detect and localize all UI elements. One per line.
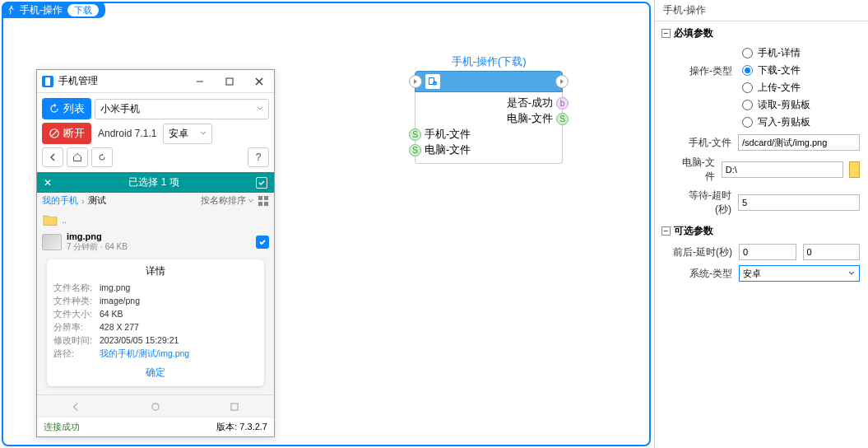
file-name: img.png xyxy=(67,231,251,241)
phone-manager-window: 手机管理 列表 小米手机 xyxy=(36,69,275,437)
file-checkbox[interactable] xyxy=(256,236,269,249)
svg-rect-15 xyxy=(231,404,238,410)
chevron-down-icon xyxy=(248,198,254,204)
sys-type-select[interactable]: 安卓 xyxy=(739,265,860,282)
nav-home-button[interactable] xyxy=(67,147,88,167)
radio-icon xyxy=(742,65,753,76)
detail-label: 修改时间: xyxy=(53,335,100,347)
android-navbar xyxy=(37,394,274,417)
os-type-dropdown[interactable]: 安卓 xyxy=(163,124,212,144)
radio-label: 读取-剪贴板 xyxy=(758,98,810,112)
phone-file-input[interactable] xyxy=(738,134,860,151)
file-meta: 7 分钟前 · 64 KB xyxy=(67,241,251,253)
block-icon xyxy=(49,128,60,139)
detail-label: 分辨率: xyxy=(53,322,100,334)
node-icon xyxy=(425,74,440,89)
help-button[interactable]: ? xyxy=(248,147,269,167)
nav-refresh-button[interactable] xyxy=(91,147,113,167)
detail-path-link[interactable]: 我的手机/测试/img.png xyxy=(100,348,189,360)
disconnect-button[interactable]: 断开 xyxy=(42,123,91,144)
selection-clear-button[interactable]: ✕ xyxy=(44,177,52,189)
collapse-icon[interactable]: − xyxy=(661,226,671,236)
node-exec-out-port[interactable] xyxy=(555,75,569,88)
file-thumbnail xyxy=(42,234,62,250)
detail-value: 64 KB xyxy=(100,309,123,320)
section-optional[interactable]: − 可选参数 xyxy=(655,219,868,241)
download-badge: 下载 xyxy=(67,4,99,16)
radio-label: 下载-文件 xyxy=(758,63,801,77)
pc-file-input[interactable] xyxy=(722,161,843,178)
minimize-button[interactable] xyxy=(185,70,215,93)
list-button[interactable]: 列表 xyxy=(42,98,91,119)
delay-after-input[interactable] xyxy=(803,244,861,260)
radio-phone-details[interactable]: 手机-详情 xyxy=(742,46,810,60)
details-ok-button[interactable]: 确定 xyxy=(53,361,258,380)
grid-view-icon[interactable] xyxy=(258,195,269,207)
panel-title: 手机-操作 xyxy=(655,0,868,21)
nav-back-button[interactable] xyxy=(42,147,63,167)
file-row[interactable]: img.png 7 分钟前 · 64 KB xyxy=(42,228,269,256)
select-all-checkbox[interactable] xyxy=(256,177,267,189)
radio-read-clipboard[interactable]: 读取-剪贴板 xyxy=(742,98,810,112)
chevron-down-icon xyxy=(847,269,856,278)
maximize-button[interactable] xyxy=(215,70,244,93)
node-input-row: S 电脑-文件 xyxy=(420,142,557,158)
radio-icon xyxy=(742,100,753,110)
sort-dropdown[interactable]: 按名称排序 xyxy=(201,194,254,207)
delay-before-input[interactable] xyxy=(739,244,796,260)
disconnect-button-label: 断开 xyxy=(63,126,85,141)
browse-folder-button[interactable] xyxy=(849,161,860,178)
node-port-string[interactable]: S xyxy=(409,144,421,156)
breadcrumb-root[interactable]: 我的手机 xyxy=(42,194,78,207)
node-input-label: 电脑-文件 xyxy=(425,143,471,157)
chevron-down-icon xyxy=(200,130,207,137)
header-tab[interactable]: 手机-操作 下载 xyxy=(2,2,105,18)
svg-point-2 xyxy=(433,82,437,86)
flow-node[interactable]: 手机-操作(下载) 是否-成功 b 电脑-文件 S S 手机-文件 xyxy=(415,54,563,164)
chevron-down-icon xyxy=(257,105,263,112)
node-output-row: 电脑-文件 S xyxy=(420,111,557,127)
radio-write-clipboard[interactable]: 写入-剪贴板 xyxy=(742,115,810,129)
connection-status: 连接成功 xyxy=(44,421,80,433)
node-exec-in-port[interactable] xyxy=(409,75,422,88)
pc-file-label: 电脑-文件 xyxy=(673,156,715,184)
refresh-icon xyxy=(49,103,60,114)
radio-download-file[interactable]: 下载-文件 xyxy=(742,63,810,77)
node-output-row: 是否-成功 b xyxy=(420,96,557,111)
header-tab-label: 手机-操作 xyxy=(20,3,63,17)
node-input-row: S 手机-文件 xyxy=(420,127,557,142)
node-input-label: 手机-文件 xyxy=(425,128,471,142)
radio-upload-file[interactable]: 上传-文件 xyxy=(742,81,810,95)
device-dropdown[interactable]: 小米手机 xyxy=(95,99,269,119)
detail-label: 文件名称: xyxy=(53,282,100,294)
node-port-bool[interactable]: b xyxy=(556,97,569,110)
wait-timeout-input[interactable] xyxy=(738,194,860,211)
window-titlebar[interactable]: 手机管理 xyxy=(37,70,274,93)
android-home-button[interactable] xyxy=(143,400,168,413)
svg-line-9 xyxy=(52,131,58,137)
node-header[interactable] xyxy=(415,71,563,92)
radio-label: 上传-文件 xyxy=(758,81,801,95)
collapse-icon[interactable]: − xyxy=(661,29,671,38)
radio-label: 手机-详情 xyxy=(758,46,801,60)
wait-label: 等待-超时(秒) xyxy=(673,189,731,217)
os-type-value: 安卓 xyxy=(169,127,188,141)
folder-up-button[interactable]: .. xyxy=(42,212,269,228)
folder-up-dots: .. xyxy=(62,215,67,225)
android-back-button[interactable] xyxy=(64,400,89,413)
section-required[interactable]: − 必填参数 xyxy=(655,21,868,44)
breadcrumb-sep: › xyxy=(81,196,85,206)
file-details-card: 详情 文件名称:img.png 文件种类:image/png 文件大小:64 K… xyxy=(47,259,264,386)
node-port-string[interactable]: S xyxy=(556,113,569,125)
app-icon xyxy=(42,76,53,87)
breadcrumb-row: 我的手机 › 测试 按名称排序 xyxy=(37,193,274,208)
radio-icon xyxy=(742,117,753,128)
node-output-label: 是否-成功 xyxy=(507,96,553,110)
detail-label: 路径: xyxy=(53,348,100,360)
radio-icon xyxy=(742,82,753,93)
sys-type-value: 安卓 xyxy=(743,268,761,280)
svg-rect-12 xyxy=(258,202,262,206)
node-port-string[interactable]: S xyxy=(409,128,421,141)
close-button[interactable] xyxy=(244,70,274,93)
android-recent-button[interactable] xyxy=(222,400,247,413)
